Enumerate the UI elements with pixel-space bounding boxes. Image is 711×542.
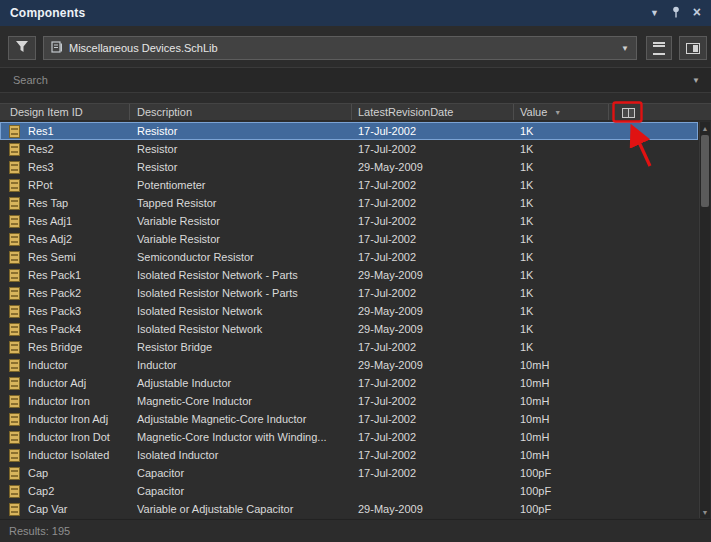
value: 100pF [520, 503, 551, 515]
design-item-id: Res Adj1 [28, 215, 72, 227]
table-row[interactable]: Inductor Iron Magnetic-Core Inductor 17-… [0, 392, 698, 410]
component-icon [9, 215, 20, 228]
table-row[interactable]: Cap Capacitor 17-Jul-2002 100pF [0, 464, 698, 482]
table-row[interactable]: Res Adj1 Variable Resistor 17-Jul-2002 1… [0, 212, 698, 230]
table-row[interactable]: Res Pack2 Isolated Resistor Network - Pa… [0, 284, 698, 302]
description: Potentiometer [137, 179, 205, 191]
description: Variable Resistor [137, 233, 220, 245]
table-row[interactable]: Res Adj2 Variable Resistor 17-Jul-2002 1… [0, 230, 698, 248]
library-dropdown[interactable]: Miscellaneous Devices.SchLib ▼ [43, 36, 637, 60]
value: 1K [520, 269, 533, 281]
component-icon [9, 449, 20, 462]
column-label: Design Item ID [10, 106, 83, 118]
column-chooser-button[interactable] [618, 106, 638, 120]
table-row[interactable]: Cap2 Capacitor 100pF [0, 482, 698, 500]
table-row[interactable]: Inductor Iron Dot Magnetic-Core Inductor… [0, 428, 698, 446]
value: 1K [520, 323, 533, 335]
filter-button[interactable] [8, 36, 36, 60]
value: 1K [520, 341, 533, 353]
table-row[interactable]: Inductor Adj Adjustable Inductor 17-Jul-… [0, 374, 698, 392]
description: Tapped Resistor [137, 197, 217, 209]
description: Resistor [137, 143, 177, 155]
description: Isolated Inductor [137, 449, 218, 461]
latest-revision-date: 17-Jul-2002 [358, 179, 416, 191]
value: 1K [520, 197, 533, 209]
pin-icon[interactable] [671, 6, 681, 20]
column-header-design-item-id[interactable]: Design Item ID [0, 104, 130, 120]
latest-revision-date: 17-Jul-2002 [358, 467, 416, 479]
latest-revision-date: 29-May-2009 [358, 359, 423, 371]
design-item-id: Cap2 [28, 485, 54, 497]
design-item-id: Inductor [28, 359, 68, 371]
component-icon [9, 125, 20, 138]
value: 100pF [520, 467, 551, 479]
table-row[interactable]: Cap Var Variable or Adjustable Capacitor… [0, 500, 698, 518]
column-header-description[interactable]: Description [130, 104, 352, 120]
component-icon [9, 179, 20, 192]
value: 1K [520, 251, 533, 263]
library-dropdown-value: Miscellaneous Devices.SchLib [69, 42, 621, 54]
latest-revision-date: 17-Jul-2002 [358, 395, 416, 407]
description: Magnetic-Core Inductor with Winding... [137, 431, 327, 443]
components-panel: Components ▼ × Miscellaneous Devices.Sch… [0, 0, 711, 542]
description: Resistor Bridge [137, 341, 212, 353]
value: 1K [520, 179, 533, 191]
table-row[interactable]: Res1 Resistor 17-Jul-2002 1K [0, 122, 698, 140]
latest-revision-date: 17-Jul-2002 [358, 251, 416, 263]
vertical-scrollbar[interactable]: ▲ ▼ [699, 122, 710, 518]
scroll-down-arrow[interactable]: ▼ [700, 506, 710, 518]
table-row[interactable]: Res Semi Semiconductor Resistor 17-Jul-2… [0, 248, 698, 266]
design-item-id: Res Adj2 [28, 233, 72, 245]
description: Isolated Resistor Network [137, 305, 262, 317]
chevron-down-icon[interactable]: ▼ [650, 9, 659, 18]
column-label: Description [137, 106, 192, 118]
component-icon [9, 233, 20, 246]
table-row[interactable]: Res3 Resistor 29-May-2009 1K [0, 158, 698, 176]
latest-revision-date: 17-Jul-2002 [358, 125, 416, 137]
table-body: Res1 Resistor 17-Jul-2002 1K Res2 Resist… [0, 122, 698, 518]
table-row[interactable]: Inductor Inductor 29-May-2009 10mH [0, 356, 698, 374]
component-icon [9, 197, 20, 210]
value: 1K [520, 161, 533, 173]
view-mode-button[interactable] [679, 36, 707, 60]
design-item-id: RPot [28, 179, 52, 191]
column-header-latest-revision-date[interactable]: LatestRevisionDate [352, 104, 514, 120]
table-row[interactable]: Res Tap Tapped Resistor 17-Jul-2002 1K [0, 194, 698, 212]
value: 1K [520, 143, 533, 155]
scrollbar-thumb[interactable] [701, 135, 709, 207]
close-icon[interactable]: × [693, 5, 701, 19]
chevron-down-icon[interactable]: ▼ [692, 76, 700, 85]
table-row[interactable]: Res Pack4 Isolated Resistor Network 29-M… [0, 320, 698, 338]
table-row[interactable]: Res Pack1 Isolated Resistor Network - Pa… [0, 266, 698, 284]
description: Magnetic-Core Inductor [137, 395, 252, 407]
design-item-id: Res Pack4 [28, 323, 81, 335]
scroll-up-arrow[interactable]: ▲ [700, 122, 710, 134]
search-bar: ▼ [0, 67, 711, 93]
component-icon [9, 377, 20, 390]
latest-revision-date: 17-Jul-2002 [358, 215, 416, 227]
design-item-id: Res1 [28, 125, 54, 137]
component-icon [9, 143, 20, 156]
value: 1K [520, 233, 533, 245]
table-row[interactable]: RPot Potentiometer 17-Jul-2002 1K [0, 176, 698, 194]
component-icon [9, 503, 20, 516]
search-input[interactable] [11, 73, 686, 87]
hamburger-icon [653, 42, 665, 55]
table-row[interactable]: Res Pack3 Isolated Resistor Network 29-M… [0, 302, 698, 320]
component-icon [9, 485, 20, 498]
description: Isolated Resistor Network [137, 323, 262, 335]
panel-menu-button[interactable] [646, 36, 672, 60]
column-header-value[interactable]: Value ▼ [514, 104, 609, 120]
column-label: Value [520, 106, 547, 118]
table-row[interactable]: Inductor Isolated Isolated Inductor 17-J… [0, 446, 698, 464]
column-chooser-icon [622, 108, 635, 118]
design-item-id: Res Pack2 [28, 287, 81, 299]
funnel-icon [15, 40, 29, 56]
table-row[interactable]: Inductor Iron Adj Adjustable Magnetic-Co… [0, 410, 698, 428]
description: Resistor [137, 125, 177, 137]
latest-revision-date: 17-Jul-2002 [358, 197, 416, 209]
component-icon [9, 413, 20, 426]
table-row[interactable]: Res2 Resistor 17-Jul-2002 1K [0, 140, 698, 158]
description: Inductor [137, 359, 177, 371]
table-row[interactable]: Res Bridge Resistor Bridge 17-Jul-2002 1… [0, 338, 698, 356]
